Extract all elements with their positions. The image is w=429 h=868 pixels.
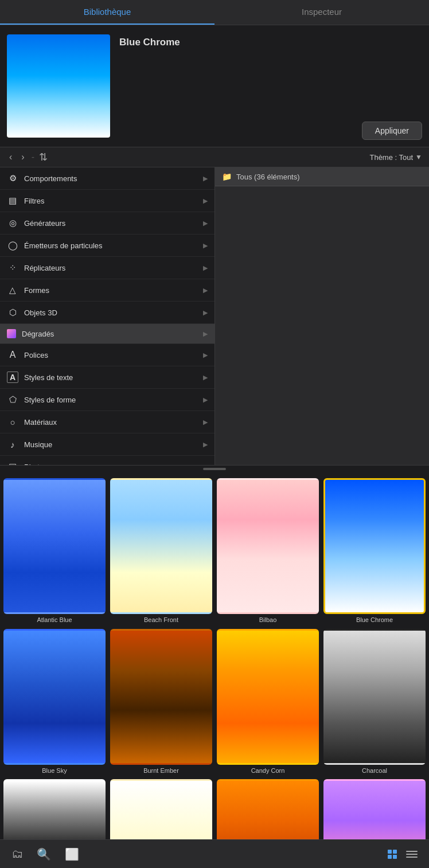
gradient-item-candy-corn[interactable]: Candy Corn [216,628,320,776]
sidebar-item-emetteurs[interactable]: ◯ Émetteurs de particules ▶ [0,234,214,257]
nav-separator: - [32,152,34,162]
bilbao-label: Bilbao [259,616,277,624]
gradient-item-blue-sky[interactable]: Blue Sky [2,628,107,776]
gradient-grid: Atlantic Blue Beach Front Bilbao Blue Ch… [0,472,429,868]
bottom-left-icons: 🗂 🔍 ⬜ [11,847,79,861]
arrow-icon: ▶ [203,287,208,294]
degrades-icon [7,329,16,338]
sidebar-label: Filtres [24,197,197,205]
updown-button[interactable]: ⇅ [39,151,48,163]
charcoal-label: Charcoal [362,767,387,775]
blue-sky-label: Blue Sky [42,767,67,775]
grid-dot [393,855,397,859]
folder-button[interactable]: 🗂 [11,847,23,861]
gradient-item-bilbao[interactable]: Bilbao [216,477,320,625]
arrow-icon: ▶ [203,330,208,338]
menu-line [406,857,418,858]
sidebar-item-filtres[interactable]: ▤ Filtres ▶ [0,190,214,212]
candy-corn-swatch [217,629,319,765]
scrollbar-area [0,466,429,472]
tab-inspecteur[interactable]: Inspecteur [214,0,429,25]
search-button[interactable]: 🔍 [37,847,51,861]
sidebar-label: Polices [24,351,197,359]
window-button[interactable]: ⬜ [65,847,79,861]
generateurs-icon: ◎ [7,217,18,229]
sidebar-item-styleforme[interactable]: ⬠ Styles de forme ▶ [0,389,214,411]
sidebar-label: Réplicateurs [24,264,197,272]
sidebar-item-materiaux[interactable]: ○ Matériaux ▶ [0,411,214,433]
grid-dot [388,850,392,854]
sidebar-item-objets3d[interactable]: ⬡ Objets 3D ▶ [0,302,214,324]
comportements-icon: ⚙ [7,173,18,184]
sidebar-item-formes[interactable]: △ Formes ▶ [0,279,214,302]
apply-button[interactable]: Appliquer [362,122,422,140]
polices-icon: A [7,349,18,361]
arrow-icon: ▶ [203,351,208,359]
sidebar-label: Générateurs [24,219,197,228]
sidebar-label: Émetteurs de particules [24,241,197,250]
folder-icon: 📁 [222,172,232,181]
folder-header: 📁 Tous (36 éléments) [215,167,429,186]
theme-selector[interactable]: Thème : Tout ▼ [369,153,422,162]
sidebar-item-polices[interactable]: A Polices ▶ [0,344,214,366]
gradient-item-beach-front[interactable]: Beach Front [109,477,213,625]
preview-thumbnail [7,34,110,138]
sidebar-label: Photos [24,463,197,466]
candy-corn-label: Candy Corn [251,767,285,775]
objets3d-icon: ⬡ [7,307,18,318]
sidebar-item-photos[interactable]: ▣ Photos ▶ [0,456,214,465]
scrollbar-thumb[interactable] [203,468,226,470]
styleforme-icon: ⬠ [7,394,18,405]
tab-bar: Bibliothèque Inspecteur [0,0,429,25]
main-split: ⚙ Comportements ▶ ▤ Filtres ▶ ◎ Générate… [0,167,429,466]
arrow-icon: ▶ [203,419,208,426]
sidebar-label: Dégradés [22,330,197,338]
arrow-icon: ▶ [203,242,208,249]
bottom-right-icons [388,850,418,859]
right-panel: 📁 Tous (36 éléments) [215,167,429,465]
preview-title: Blue Chrome [119,37,422,48]
preview-area: Blue Chrome Appliquer [0,25,429,147]
grid-dot [393,850,397,854]
arrow-icon: ▶ [203,220,208,227]
bilbao-swatch [217,478,319,614]
folder-label: Tous (36 éléments) [236,173,300,181]
gradient-item-atlantic-blue[interactable]: Atlantic Blue [2,477,107,625]
forward-button[interactable]: › [19,151,26,163]
sidebar-item-musique[interactable]: ♪ Musique ▶ [0,433,214,456]
beach-front-swatch [110,478,212,614]
sidebar-item-comportements[interactable]: ⚙ Comportements ▶ [0,167,214,190]
blue-sky-swatch [3,629,106,765]
burnt-ember-label: Burnt Ember [143,767,179,775]
arrow-icon: ▶ [203,264,208,272]
gradient-item-burnt-ember[interactable]: Burnt Ember [109,628,213,776]
grid-view-button[interactable] [388,850,397,859]
sidebar-label: Matériaux [24,418,197,427]
chevron-down-icon: ▼ [415,153,422,161]
menu-line [406,851,418,852]
blue-chrome-label: Blue Chrome [356,616,393,624]
emetteurs-icon: ◯ [7,240,18,251]
menu-button[interactable] [406,851,418,858]
filtres-icon: ▤ [7,195,18,206]
tab-bibliotheque[interactable]: Bibliothèque [0,0,214,25]
preview-info: Blue Chrome Appliquer [119,34,422,140]
sidebar-label: Objets 3D [24,308,197,317]
arrow-icon: ▶ [203,309,208,316]
atlantic-blue-label: Atlantic Blue [37,616,72,624]
back-button[interactable]: ‹ [7,151,14,163]
arrow-icon: ▶ [203,396,208,404]
gradient-item-blue-chrome[interactable]: Blue Chrome [322,477,427,625]
sidebar-item-stylestexte[interactable]: A Styles de texte ▶ [0,366,214,389]
theme-label: Thème : Tout [369,153,413,162]
replicateurs-icon: ⁘ [7,262,18,273]
sidebar-label: Styles de texte [24,373,197,382]
sidebar-item-degrades[interactable]: Dégradés ▶ [0,324,214,344]
sidebar-item-generateurs[interactable]: ◎ Générateurs ▶ [0,212,214,234]
burnt-ember-swatch [110,629,212,765]
gradient-item-charcoal[interactable]: Charcoal [322,628,427,776]
stylestexte-icon: A [7,372,18,383]
sidebar-item-replicateurs[interactable]: ⁘ Réplicateurs ▶ [0,257,214,279]
musique-icon: ♪ [7,439,18,450]
arrow-icon: ▶ [203,197,208,205]
